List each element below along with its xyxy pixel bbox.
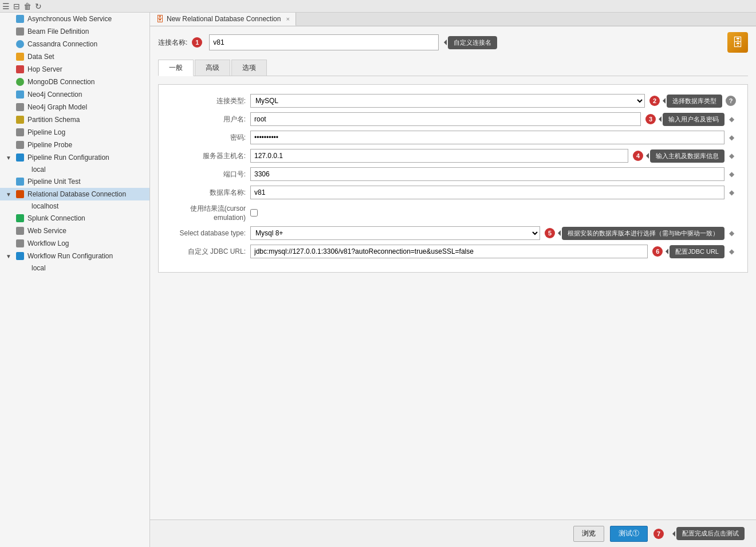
sidebar-label-beam-file-definition: Beam File Definition [27,27,89,36]
cursor-label: 使用结果流(cursor emulation) [170,204,250,222]
sidebar-item-pipeline-unit-test[interactable]: Pipeline Unit Test [0,175,149,188]
connection-name-label: 连接名称: [158,38,187,48]
sidebar-item-relational-database-connection[interactable]: ▼Relational Database Connection [0,188,149,200]
port-row: 端口号: ◆ [170,167,736,181]
icon-mongodb-connection [15,77,25,86]
port-input[interactable] [250,167,724,181]
host-row: 服务器主机名: 4 输入主机及数据库信息 ◆ [170,149,736,163]
cursor-row: 使用结果流(cursor emulation) [170,204,736,222]
step6-badge: 6 [652,246,663,257]
callout3: 输入用户名及密码 [663,113,724,126]
icon-pipeline-log [15,128,25,137]
sidebar-item-pipeline-probe[interactable]: Pipeline Probe [0,139,149,151]
sidebar-item-pipeline-log[interactable]: Pipeline Log [0,126,149,139]
port-action-icon[interactable]: ◆ [727,170,736,179]
sub-tab-advanced[interactable]: 高级 [195,60,230,76]
main-tab[interactable]: 🗄 New Relational Database Connection × [150,13,296,26]
sidebar-label-mongodb-connection: MongoDB Connection [27,78,94,86]
password-input[interactable] [250,131,724,144]
sub-tab-bar: 一般 高级 选项 [158,60,748,76]
dbname-label: 数据库名称: [170,188,250,198]
sidebar-label-workflow-run-configuration: Workflow Run Configuration [27,252,113,260]
delete-icon[interactable]: 🗑 [23,2,32,11]
icon-pipeline-unit-test [15,177,25,186]
icon-workflow-run-configuration [15,251,25,261]
bottom-bar: 浏览 测试① 7 配置完成后点击测试 [150,520,756,547]
connection-name-row: 连接名称: 1 自定义连接名 🗄 [158,32,748,53]
sidebar-item-cassandra-connection[interactable]: Cassandra Connection [0,38,149,50]
sidebar-item-beam-file-definition[interactable]: Beam File Definition [0,25,149,38]
dbname-action-icon[interactable]: ◆ [727,188,736,197]
step4-badge: 4 [633,151,643,161]
host-action-icon[interactable]: ◆ [727,151,736,160]
expand-arrow-workflow-run-configuration: ▼ [6,253,13,259]
sub-tab-general[interactable]: 一般 [158,60,194,76]
sidebar-item-relational-localhost[interactable]: localhost [0,200,149,212]
sidebar-label-splunk-connection: Splunk Connection [27,214,85,222]
sidebar-item-workflow-log[interactable]: Workflow Log [0,237,149,250]
icon-workflow-log [15,239,25,248]
connection-type-select[interactable]: MySQL PostgreSQL Oracle SQL Server [250,94,645,108]
db-type-select[interactable]: Mysql 8+ Mysql 5.x Mysql 7.x [250,226,540,240]
sidebar-item-web-service[interactable]: Web Service [0,225,149,237]
db-type-label: Select database type: [170,229,250,237]
step2-badge: 2 [649,96,660,106]
password-row: 密码: ◆ [170,131,736,144]
icon-pipeline-probe [15,140,25,149]
sidebar-label-neo4j-connection: Neo4j Connection [27,90,82,99]
sidebar-item-partition-schema[interactable]: Partition Schema [0,113,149,126]
sidebar-label-relational-database-connection: Relational Database Connection [27,190,126,198]
db-icon: 🗄 [727,32,748,53]
help-icon[interactable]: ? [726,96,736,106]
host-input[interactable] [250,149,628,163]
sidebar: Asynchronous Web ServiceBeam File Defini… [0,13,150,547]
jdbc-input[interactable] [250,245,648,258]
sidebar-label-pipeline-probe: Pipeline Probe [27,141,72,149]
expand-arrow-relational-database-connection: ▼ [6,191,13,198]
minimize-icon[interactable]: ⊟ [13,2,20,11]
content-area: 🗄 New Relational Database Connection × 连… [150,13,756,547]
icon-pipeline-run-configuration [15,153,25,162]
tab-close-button[interactable]: × [286,15,289,22]
icon-beam-file-definition [15,27,25,36]
icon-partition-schema [15,115,25,124]
sidebar-item-data-set[interactable]: Data Set [0,50,149,63]
db-type-action-icon[interactable]: ◆ [727,229,736,238]
username-input[interactable] [250,112,641,126]
callout5: 根据安装的数据库版本进行选择（需与lib中驱动一致） [562,227,724,240]
jdbc-action-icon[interactable]: ◆ [727,247,736,256]
sidebar-item-neo4j-connection[interactable]: Neo4j Connection [0,88,149,101]
sidebar-item-pipeline-run-configuration[interactable]: ▼Pipeline Run Configuration [0,151,149,164]
sidebar-item-async-web-service[interactable]: Asynchronous Web Service [0,13,149,25]
sidebar-item-pipeline-run-local[interactable]: local [0,164,149,175]
connection-name-input[interactable] [209,34,438,50]
dbname-row: 数据库名称: ◆ [170,186,736,199]
sidebar-label-relational-localhost: localhost [32,202,58,210]
sidebar-item-hop-server[interactable]: Hop Server [0,63,149,76]
username-action-icon[interactable]: ◆ [727,115,736,124]
main-area: Asynchronous Web ServiceBeam File Defini… [0,13,756,547]
sidebar-item-workflow-run-configuration[interactable]: ▼Workflow Run Configuration [0,250,149,262]
sidebar-item-mongodb-connection[interactable]: MongoDB Connection [0,76,149,88]
sidebar-label-hop-server: Hop Server [27,65,62,73]
sidebar-item-neo4j-graph-model[interactable]: Neo4j Graph Model [0,101,149,113]
refresh-icon[interactable]: ↻ [35,2,42,11]
sidebar-item-splunk-connection[interactable]: Splunk Connection [0,212,149,225]
db-type-row: Select database type: Mysql 8+ Mysql 5.x… [170,226,736,240]
icon-cassandra-connection [15,40,25,49]
icon-hop-server [15,65,25,74]
callout6: 配置JDBC URL [670,245,724,258]
test-button[interactable]: 测试① [610,526,648,542]
callout2: 选择数据库类型 [667,95,722,108]
sidebar-label-pipeline-log: Pipeline Log [27,128,65,136]
menu-icon[interactable]: ☰ [2,2,10,11]
sidebar-item-workflow-run-local[interactable]: local [0,262,149,274]
dbname-input[interactable] [250,186,724,199]
sub-tab-options[interactable]: 选项 [231,60,267,76]
icon-relational-database-connection [15,190,25,199]
password-action-icon[interactable]: ◆ [727,133,736,142]
browse-button[interactable]: 浏览 [573,526,604,542]
tab-bar: 🗄 New Relational Database Connection × [150,13,756,26]
step5-badge: 5 [545,228,555,238]
cursor-checkbox[interactable] [250,209,258,217]
